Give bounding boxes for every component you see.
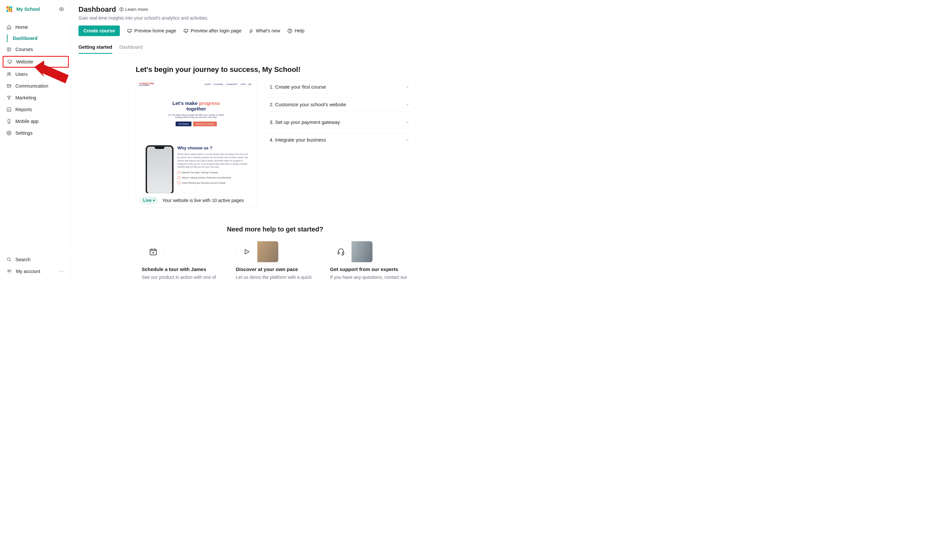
website-preview[interactable]: CONSULTING ACADEMY START COURSES COMMUNI… — [136, 80, 257, 193]
monitor-icon — [8, 60, 12, 65]
sidebar: My School Home Dashboard Courses Website — [0, 0, 71, 280]
whats-new-link[interactable]: What's new — [249, 28, 280, 34]
svg-rect-19 — [338, 252, 339, 254]
help-link[interactable]: Help — [288, 28, 305, 34]
svg-point-13 — [121, 10, 122, 11]
create-course-button[interactable]: Create course — [78, 26, 120, 36]
sidebar-item-reports[interactable]: Reports — [0, 104, 71, 115]
help-section: Need more help to get started? Schedule … — [136, 226, 415, 280]
help-card-support[interactable]: Get support from our experts If you have… — [330, 241, 408, 280]
nav-label: Marketing — [15, 95, 36, 101]
sidebar-item-users[interactable]: Users — [0, 68, 71, 80]
page-subtitle: Gain real-time insights into your school… — [78, 15, 465, 21]
mail-icon — [6, 84, 11, 89]
learn-more-link[interactable]: Learn more — [119, 7, 148, 12]
step-payment-gateway[interactable]: 3. Set up your payment gateway — [265, 115, 415, 129]
preview-hero: Let's make progress together Our six-wee… — [136, 88, 257, 139]
help-card-desc: If you have any questions, contact our — [330, 274, 408, 280]
flame-icon — [249, 28, 254, 33]
chevron-down-icon — [405, 85, 409, 89]
help-card-title: Get support from our experts — [330, 267, 408, 272]
sidebar-footer: Search ST My account ··· — [0, 251, 71, 280]
avatar: ST — [6, 268, 12, 274]
help-cards: Schedule a tour with James See our produ… — [136, 241, 415, 280]
step-integrate-business[interactable]: 4. Integrate your business — [265, 133, 415, 147]
sidebar-nav: Home Dashboard Courses Website Users — [0, 18, 71, 251]
live-badge: Live — [140, 197, 158, 204]
help-card-title: Discover at your own pace — [236, 267, 314, 272]
svg-point-16 — [288, 29, 292, 33]
live-status-text: Your website is live with 10 active page… — [163, 198, 244, 203]
eye-icon — [59, 6, 64, 11]
preview-nav-links: START COURSES COMMUNITY APPS ME… — [205, 83, 254, 85]
svg-rect-20 — [342, 252, 344, 254]
sidebar-item-dashboard[interactable]: Dashboard — [0, 33, 71, 43]
visibility-toggle[interactable] — [59, 6, 64, 11]
sidebar-item-communication[interactable]: Communication — [0, 80, 71, 92]
play-icon — [236, 241, 257, 262]
step-create-course[interactable]: 1. Create your first course — [265, 80, 415, 94]
sidebar-item-mobile-app[interactable]: Mobile app — [0, 115, 71, 127]
website-card-footer: Live Your website is live with 10 active… — [136, 193, 257, 208]
tab-dashboard[interactable]: Dashboard — [119, 42, 143, 54]
sidebar-item-courses[interactable]: Courses — [0, 43, 71, 55]
link-label: What's new — [256, 28, 280, 34]
logo-icon[interactable] — [6, 6, 12, 12]
support-thumbnail — [352, 241, 372, 262]
sidebar-search[interactable]: Search — [0, 254, 71, 265]
brand-name[interactable]: My School — [16, 6, 40, 12]
onboarding-steps: 1. Create your first course 2. Customize… — [265, 80, 415, 147]
more-icon[interactable]: ··· — [59, 269, 64, 274]
sidebar-header: My School — [0, 0, 71, 18]
svg-rect-15 — [184, 29, 188, 32]
sidebar-item-home[interactable]: Home — [0, 21, 71, 33]
nav-label: Communication — [15, 83, 48, 89]
nav-label: Mobile app — [15, 118, 38, 124]
svg-point-12 — [120, 8, 123, 11]
page-title: Dashboard — [78, 5, 116, 14]
help-circle-icon — [119, 7, 124, 11]
sidebar-account[interactable]: ST My account ··· — [0, 265, 71, 277]
nav-label: Home — [15, 25, 28, 30]
demo-thumbnail — [257, 241, 278, 262]
svg-rect-18 — [150, 249, 157, 255]
svg-point-9 — [9, 132, 10, 134]
help-heading: Need more help to get started? — [136, 226, 415, 233]
help-card-desc: Let us demo the platform with a quick — [236, 274, 314, 280]
svg-point-10 — [8, 258, 11, 261]
link-label: Learn more — [125, 7, 148, 12]
svg-point-4 — [9, 72, 11, 74]
svg-rect-2 — [8, 60, 11, 63]
nav-label: Courses — [15, 47, 33, 52]
help-card-demo[interactable]: Discover at your own pace Let us demo th… — [236, 241, 314, 280]
monitor-icon — [127, 28, 132, 33]
step-label: 1. Create your first course — [270, 85, 326, 90]
svg-rect-14 — [128, 29, 131, 32]
mobile-icon — [6, 119, 11, 124]
phone-mockup — [146, 146, 174, 193]
link-label: Help — [295, 28, 305, 34]
link-label: Preview home page — [134, 28, 176, 34]
nav-label: Dashboard — [9, 35, 38, 41]
sidebar-item-website[interactable]: Website — [3, 56, 69, 68]
sidebar-item-marketing[interactable]: Marketing — [0, 92, 71, 104]
help-card-tour[interactable]: Schedule a tour with James See our produ… — [142, 241, 220, 280]
step-customize-website[interactable]: 2. Customize your school's website — [265, 98, 415, 111]
link-label: Preview after login page — [191, 28, 241, 34]
header-actions: Create course Preview home page Preview … — [78, 26, 465, 36]
chevron-down-icon — [405, 138, 409, 142]
preview-after-login-link[interactable]: Preview after login page — [183, 28, 241, 34]
tab-getting-started[interactable]: Getting started — [78, 42, 112, 54]
sidebar-item-settings[interactable]: Settings — [0, 127, 71, 139]
step-label: 2. Customize your school's website — [270, 102, 346, 108]
svg-point-8 — [9, 122, 9, 123]
svg-point-3 — [8, 72, 9, 74]
onboarding-row: CONSULTING ACADEMY START COURSES COMMUNI… — [136, 80, 415, 208]
preview-home-link[interactable]: Preview home page — [127, 28, 176, 34]
headset-icon — [330, 241, 352, 262]
page-header: Dashboard Learn more Gain real-time insi… — [78, 5, 465, 54]
nav-label: My account — [16, 268, 40, 274]
nav-label: Search — [15, 257, 31, 262]
svg-point-0 — [61, 9, 62, 10]
chevron-down-icon — [405, 103, 409, 107]
